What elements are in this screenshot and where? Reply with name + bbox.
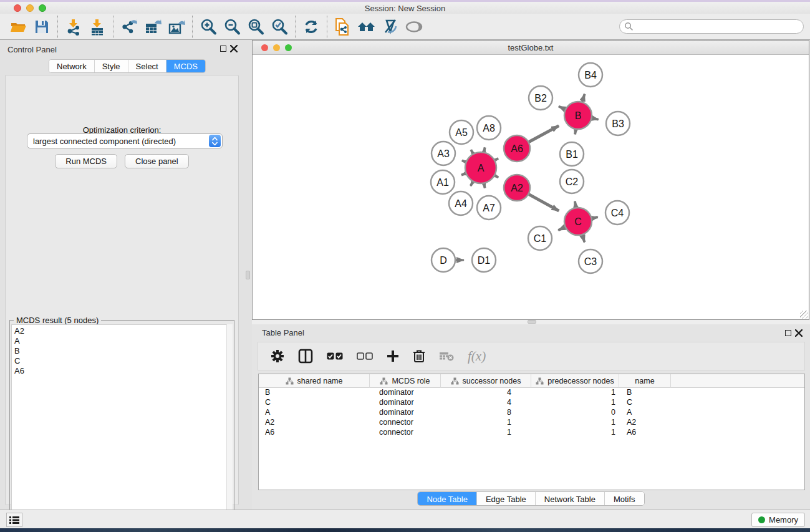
mcds-result-list[interactable]: A2ABCA6 <box>11 324 228 530</box>
zoom-fit-icon <box>247 18 264 36</box>
zoom-fit-button[interactable] <box>244 15 268 39</box>
column-header-shared-name[interactable]: shared name <box>259 374 370 388</box>
search-input[interactable] <box>619 19 804 34</box>
run-mcds-button[interactable]: Run MCDS <box>55 154 117 168</box>
edge-B-B3 <box>592 118 599 120</box>
list-icon <box>9 516 19 525</box>
network-canvas[interactable]: B4B2BB3A8A5A6A3B1AA1C2A2A4A7C4CC1DD1C3 <box>253 55 809 319</box>
delete-table-button[interactable] <box>439 351 454 361</box>
clone-network-button[interactable] <box>331 15 355 39</box>
table-body: Bdominator41BCdominator41CAdominator80AA… <box>259 388 804 438</box>
tab-style[interactable]: Style <box>95 60 128 73</box>
select-all-columns-button[interactable] <box>327 352 343 360</box>
table-row[interactable]: Cdominator41C <box>259 398 804 408</box>
vertical-splitter[interactable] <box>244 40 252 510</box>
dropdown-stepper-icon <box>209 135 221 147</box>
table-cell: C <box>619 398 671 408</box>
edge-B-B2 <box>559 107 565 110</box>
table-row[interactable]: A2connector11A2 <box>259 418 804 428</box>
session-title: Session: New Session <box>0 4 810 13</box>
table-cell: connector <box>370 428 441 438</box>
zoom-out-button[interactable] <box>220 15 244 39</box>
unselect-all-columns-button[interactable] <box>357 352 373 360</box>
tab-node-table[interactable]: Node Table <box>418 492 477 505</box>
close-panel-icon[interactable] <box>230 45 238 52</box>
tab-select[interactable]: Select <box>128 60 166 73</box>
table-cell: 1 <box>441 428 531 438</box>
result-node-item[interactable]: A2 <box>14 326 227 336</box>
eye-button[interactable] <box>402 15 426 39</box>
hide-graphics-button[interactable] <box>378 15 402 39</box>
control-panel-tabs: NetworkStyleSelectMCDS <box>49 59 206 73</box>
result-node-item[interactable]: C <box>14 356 227 366</box>
table-tabs: Node TableEdge TableNetwork TableMotifs <box>252 491 810 506</box>
node-label-B3: B3 <box>612 118 624 129</box>
column-header-name[interactable]: name <box>619 374 671 388</box>
column-header-successor-nodes[interactable]: successor nodes <box>441 374 531 388</box>
memory-status-icon <box>758 516 765 523</box>
window-resize-grip[interactable] <box>800 311 808 319</box>
open-file-button[interactable] <box>6 15 30 39</box>
refresh-button[interactable] <box>299 15 323 39</box>
mcds-result-box: MCDS result (5 nodes) A2ABCA6 <box>9 320 234 532</box>
node-label-A4: A4 <box>455 198 467 209</box>
save-session-icon <box>34 19 50 35</box>
mcds-result-title: MCDS result (5 nodes) <box>14 316 101 325</box>
result-node-item[interactable]: A6 <box>14 366 227 376</box>
create-column-button[interactable] <box>387 350 399 362</box>
result-node-item[interactable]: A <box>14 336 227 346</box>
import-network-button[interactable] <box>62 15 85 39</box>
zoom-selected-button[interactable] <box>268 15 291 39</box>
delete-table-icon <box>439 351 454 361</box>
table-row[interactable]: Adominator80A <box>259 408 804 418</box>
table-cell: connector <box>370 418 441 428</box>
edge-A-A2 <box>495 176 498 178</box>
function-builder-button[interactable]: f(x) <box>468 349 486 364</box>
close-panel-icon[interactable] <box>795 329 803 337</box>
table-cell: B <box>619 388 671 398</box>
tab-network-table[interactable]: Network Table <box>536 492 605 505</box>
float-panel-icon[interactable] <box>785 330 791 336</box>
column-header-MCDS-role[interactable]: MCDS role <box>370 374 441 388</box>
export-network-button[interactable] <box>117 15 141 39</box>
export-image-button[interactable] <box>165 15 188 39</box>
node-label-A3: A3 <box>437 148 450 159</box>
column-header-predecessor-nodes[interactable]: predecessor nodes <box>531 374 619 388</box>
memory-label: Memory <box>769 515 798 525</box>
column-label: name <box>635 377 654 385</box>
tab-edge-table[interactable]: Edge Table <box>477 492 536 505</box>
home-button[interactable] <box>355 15 378 39</box>
export-table-button[interactable] <box>141 15 165 39</box>
zoom-in-icon <box>200 18 217 36</box>
memory-button[interactable]: Memory <box>751 513 805 527</box>
close-panel-button[interactable]: Close panel <box>125 154 189 168</box>
tab-motifs[interactable]: Motifs <box>605 492 644 505</box>
node-label-B2: B2 <box>534 93 547 104</box>
table-cell: dominator <box>370 398 441 408</box>
import-table-button[interactable] <box>85 15 109 39</box>
table-row[interactable]: Bdominator41B <box>259 388 804 398</box>
table-row[interactable]: A6connector11A6 <box>259 428 804 438</box>
column-label: predecessor nodes <box>547 377 614 385</box>
table-settings-button[interactable] <box>271 349 284 363</box>
criterion-dropdown[interactable]: largest connected component (directed) <box>27 133 223 148</box>
delete-column-button[interactable] <box>413 349 425 363</box>
show-column-panel-button[interactable] <box>298 349 313 364</box>
node-label-A5: A5 <box>455 127 468 138</box>
tab-network[interactable]: Network <box>49 60 95 73</box>
horizontal-splitter[interactable] <box>252 320 810 324</box>
shared-column-icon <box>536 377 544 385</box>
desktop-edge-bottom <box>0 528 810 532</box>
table-cell: A6 <box>259 428 370 438</box>
export-table-icon <box>144 18 162 36</box>
result-scrollbar[interactable] <box>226 324 233 530</box>
float-panel-icon[interactable] <box>220 46 226 52</box>
splitter-grip[interactable] <box>246 271 250 279</box>
zoom-in-button[interactable] <box>196 15 220 39</box>
result-node-item[interactable]: B <box>14 346 227 356</box>
tab-mcds[interactable]: MCDS <box>166 60 205 73</box>
unchecked-boxes-icon <box>357 352 373 360</box>
save-session-button[interactable] <box>30 15 54 39</box>
splitter-grip[interactable] <box>528 320 536 324</box>
task-history-button[interactable] <box>6 513 22 527</box>
